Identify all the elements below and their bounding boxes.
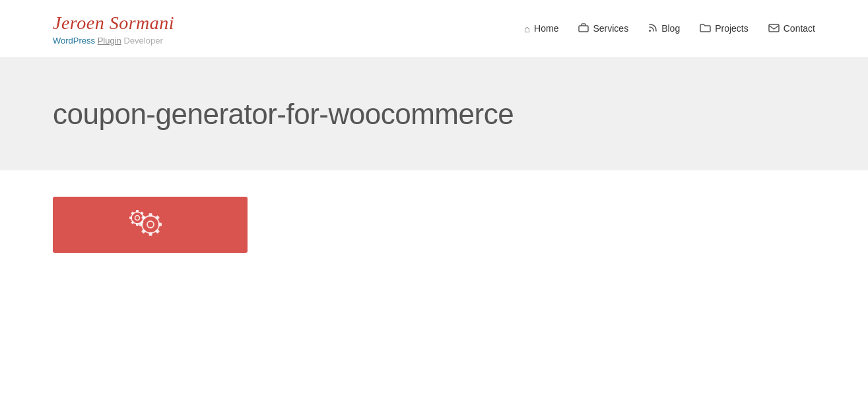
tagline-wp: WordPress — [53, 36, 95, 46]
svg-point-4 — [147, 221, 154, 228]
nav-contact[interactable]: Contact — [768, 23, 815, 34]
nav-home[interactable]: ⌂ Home — [524, 23, 558, 34]
svg-rect-6 — [149, 232, 152, 236]
nav-projects-label: Projects — [715, 23, 749, 34]
nav-blog-label: Blog — [661, 23, 680, 34]
logo-area: Jeroen Sormani WordPress Plugin Develope… — [53, 12, 174, 46]
header: Jeroen Sormani WordPress Plugin Develope… — [0, 0, 868, 58]
site-tagline: WordPress Plugin Developer — [53, 36, 174, 46]
right-section — [274, 197, 815, 329]
site-logo[interactable]: Jeroen Sormani — [53, 12, 174, 34]
main-content — [0, 170, 868, 355]
svg-rect-16 — [136, 223, 139, 226]
svg-rect-9 — [154, 215, 159, 220]
left-section — [53, 197, 248, 329]
svg-rect-12 — [141, 229, 145, 234]
svg-point-1 — [649, 30, 651, 32]
rss-icon — [648, 23, 657, 34]
plugin-card[interactable] — [53, 197, 248, 253]
gears-icon — [124, 203, 177, 246]
folder-icon — [700, 23, 711, 34]
svg-rect-20 — [131, 211, 135, 215]
page-title: coupon-generator-for-woocommerce — [53, 98, 514, 131]
svg-rect-11 — [154, 229, 159, 234]
svg-point-14 — [135, 216, 139, 220]
svg-rect-7 — [158, 223, 162, 226]
nav-home-label: Home — [534, 23, 558, 34]
svg-rect-0 — [579, 26, 588, 32]
svg-rect-17 — [143, 217, 145, 219]
svg-rect-18 — [129, 217, 132, 219]
hero-section: coupon-generator-for-woocommerce — [0, 58, 868, 170]
svg-rect-22 — [131, 220, 135, 224]
briefcase-icon — [578, 23, 589, 34]
main-nav: ⌂ Home Services Blog — [524, 23, 815, 34]
nav-blog[interactable]: Blog — [648, 23, 680, 34]
nav-contact-label: Contact — [784, 23, 815, 34]
svg-rect-19 — [140, 211, 144, 215]
home-icon: ⌂ — [524, 23, 530, 34]
tagline-dev: Developer — [123, 36, 162, 46]
nav-services-label: Services — [593, 23, 628, 34]
nav-services[interactable]: Services — [578, 23, 628, 34]
svg-rect-2 — [769, 24, 779, 32]
svg-rect-15 — [136, 210, 139, 213]
tagline-plugin: Plugin — [98, 36, 121, 46]
nav-projects[interactable]: Projects — [700, 23, 749, 34]
envelope-icon — [768, 23, 780, 34]
svg-rect-5 — [149, 213, 152, 217]
